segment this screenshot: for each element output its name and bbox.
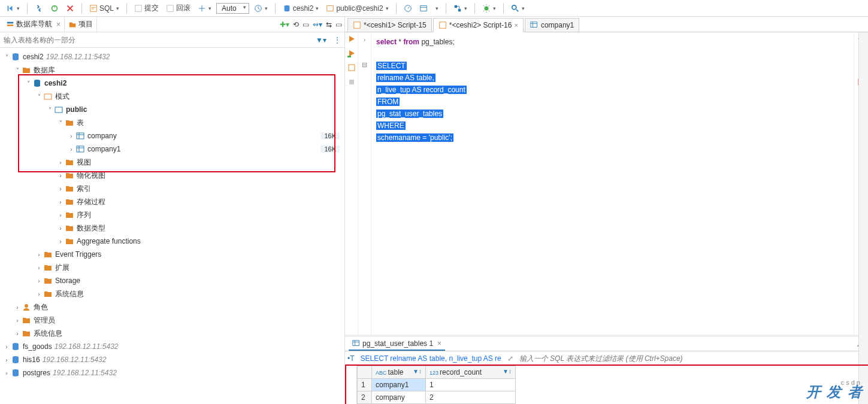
tree-conn[interactable]: fs_goods: [23, 342, 52, 351]
minimize-icon[interactable]: ▭: [335, 20, 342, 29]
run-icon[interactable]: [347, 35, 356, 43]
grid-rownum[interactable]: 2: [358, 391, 372, 404]
expand-toggle[interactable]: ›: [56, 186, 65, 192]
tree-storage[interactable]: Storage: [55, 277, 80, 285]
expand-toggle[interactable]: ›: [2, 344, 11, 350]
expand-toggle[interactable]: ›: [35, 251, 43, 258]
nav-back-button[interactable]: ▾: [4, 3, 22, 14]
expand-toggle[interactable]: ›: [13, 304, 22, 311]
plug-reconnect-icon[interactable]: [48, 3, 61, 14]
dashboard-icon[interactable]: [401, 3, 415, 14]
expand-toggle[interactable]: ›: [35, 278, 43, 284]
tree-aggs[interactable]: Aggregate functions: [77, 237, 141, 245]
tree-filter-input[interactable]: [0, 34, 312, 47]
tx-mode-combo[interactable]: Auto: [216, 3, 249, 14]
result-filter-input[interactable]: [516, 353, 868, 364]
expand-toggle[interactable]: ˅: [2, 54, 11, 60]
tx-mode-button[interactable]: ▾: [195, 3, 214, 14]
grid-col-record-count[interactable]: 123record_count▼↕: [426, 366, 516, 379]
collapse-icon[interactable]: ⇔▾: [313, 20, 322, 29]
expand-toggle[interactable]: ›: [13, 317, 22, 324]
expand-toggle[interactable]: ›: [56, 212, 65, 218]
table-row[interactable]: 2 company 2: [358, 391, 516, 404]
expand-toggle[interactable]: ˅: [35, 93, 43, 100]
vertical-scrollbar[interactable]: [858, 32, 868, 404]
tree-mviews[interactable]: 物化视图: [77, 171, 105, 181]
history-button[interactable]: ▾: [252, 3, 270, 14]
sql-preview-icon[interactable]: •T: [345, 354, 357, 363]
expand-toggle[interactable]: ˅: [13, 67, 22, 74]
filter-icon[interactable]: ▼▾: [312, 36, 330, 44]
expand-toggle[interactable]: ›: [56, 238, 65, 245]
expand-toggle[interactable]: ›: [56, 199, 65, 205]
expand-toggle[interactable]: ›: [56, 225, 65, 232]
tree-conn[interactable]: his16: [23, 356, 40, 364]
expand-toggle[interactable]: ›: [2, 370, 11, 376]
db-tree[interactable]: ˅ceshi2192.168.12.11:5432 ˅数据库 ˅ceshi2 ˅…: [0, 48, 344, 404]
tree-admin[interactable]: 管理员: [34, 315, 55, 326]
debug-icon[interactable]: ▾: [480, 3, 498, 14]
conn-combo-1[interactable]: ceshi2▾: [280, 3, 322, 14]
tree-db-group[interactable]: 数据库: [34, 65, 55, 75]
tree-db[interactable]: ceshi2: [44, 79, 66, 87]
expand-toggle[interactable]: ›: [2, 357, 11, 363]
layout-icon[interactable]: ▭: [303, 20, 309, 29]
tree-table[interactable]: company: [87, 132, 117, 140]
table-row[interactable]: 1 company1 1: [358, 379, 516, 391]
sql-editor[interactable]: select * from pg_tables; SELECT relname …: [371, 32, 854, 335]
tree-tables[interactable]: 表: [77, 118, 84, 128]
tree-conn[interactable]: ceshi2: [23, 53, 44, 61]
commit-button[interactable]: 提交: [132, 2, 161, 14]
conn-combo-2[interactable]: public@ceshi2▾: [323, 3, 391, 14]
tree-dtypes[interactable]: 数据类型: [77, 223, 105, 233]
rollback-button[interactable]: 回滚: [164, 2, 193, 14]
tree-views[interactable]: 视图: [77, 157, 91, 168]
expand-toggle[interactable]: ›: [35, 265, 43, 271]
tree-sysinfo[interactable]: 系统信息: [55, 289, 84, 299]
grid-rownum[interactable]: 1: [358, 379, 372, 391]
add-icon[interactable]: ✚▾: [280, 20, 289, 29]
editor-tab-script15[interactable]: *<ceshi1> Script-15: [347, 18, 432, 32]
diagram-icon[interactable]: ▾: [451, 3, 470, 14]
explain-icon[interactable]: [347, 63, 356, 72]
plug-connect-icon[interactable]: [32, 3, 46, 14]
tree-indexes[interactable]: 索引: [77, 184, 91, 194]
grid-cell[interactable]: 1: [426, 379, 516, 391]
tree-ext[interactable]: 扩展: [55, 263, 69, 273]
expand-toggle[interactable]: ˅: [56, 120, 65, 126]
sort-icon[interactable]: ▾: [433, 4, 441, 13]
refresh-icon[interactable]: ⟲: [293, 20, 299, 29]
close-icon[interactable]: ×: [56, 20, 61, 29]
grid-cell[interactable]: 2: [426, 391, 516, 404]
tree-evt[interactable]: Event Triggers: [55, 250, 101, 259]
search-icon[interactable]: ▾: [509, 3, 527, 14]
grid-corner[interactable]: [358, 366, 372, 379]
tab-db-navigator[interactable]: 数据库导航×: [2, 17, 65, 32]
settings-icon[interactable]: ⋮: [330, 36, 344, 44]
expand-toggle[interactable]: ›: [35, 291, 43, 297]
tree-roles[interactable]: 角色: [34, 302, 48, 312]
expand-toggle[interactable]: ›: [56, 172, 65, 179]
tree-schema[interactable]: public: [66, 105, 87, 114]
expand-toggle[interactable]: ›: [56, 159, 65, 166]
editor-tab-script16[interactable]: *<ceshi2> Script-16×: [433, 18, 524, 32]
stop-icon[interactable]: [347, 78, 356, 86]
panel-icon[interactable]: [417, 3, 430, 14]
editor-tab-company1[interactable]: company1: [525, 18, 579, 32]
sort-icon[interactable]: ▼↕: [503, 368, 512, 375]
tree-sysinfo2[interactable]: 系统信息: [34, 329, 62, 339]
tree-schema-group[interactable]: 模式: [55, 92, 69, 102]
grid-cell[interactable]: company: [372, 391, 426, 404]
link-icon[interactable]: ⇆: [326, 20, 332, 29]
tree-seqs[interactable]: 序列: [77, 210, 91, 220]
result-tab[interactable]: pg_stat_user_tables 1×: [349, 338, 445, 351]
close-icon[interactable]: ×: [514, 22, 518, 29]
tree-table[interactable]: company1: [87, 145, 120, 153]
grid-cell[interactable]: company1: [372, 379, 426, 391]
run-script-icon[interactable]: [347, 49, 356, 57]
close-icon[interactable]: ×: [437, 339, 441, 348]
tab-projects[interactable]: 项目: [65, 17, 97, 32]
expand-toggle[interactable]: ›: [67, 133, 75, 139]
tree-procs[interactable]: 存储过程: [77, 197, 105, 207]
tree-conn[interactable]: postgres: [23, 369, 50, 377]
